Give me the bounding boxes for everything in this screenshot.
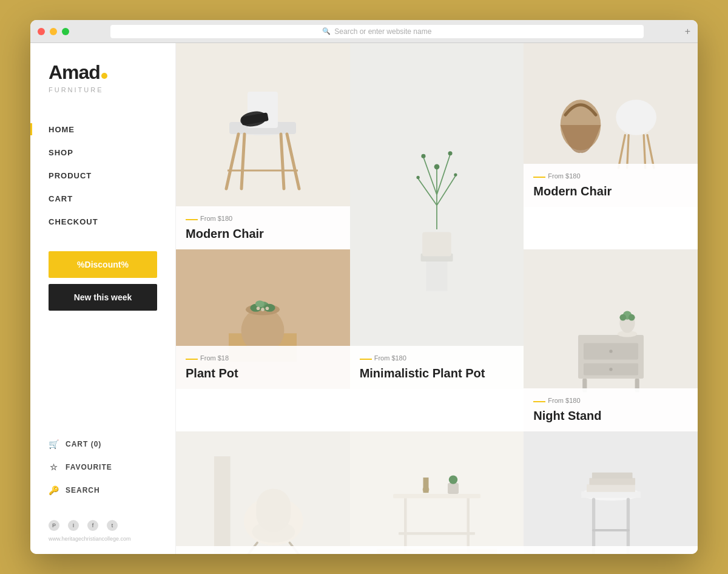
favourite-label: FAVOURITE: [66, 463, 112, 471]
nav-link-cart[interactable]: CART: [49, 194, 73, 203]
product-info-rocking-chair: From $318 Modern Rocking Chair: [176, 546, 350, 554]
social-links: P I f t: [49, 514, 157, 531]
from-bar-5: [533, 401, 545, 402]
nav-item-home[interactable]: HOME: [49, 118, 157, 141]
new-tab-icon[interactable]: +: [685, 26, 690, 37]
nav-menu: HOME SHOP PRODUCT CART CHECKOUT: [49, 118, 157, 233]
search-label: SEARCH: [66, 486, 100, 495]
svg-rect-12: [422, 232, 451, 256]
product-from-5: From $180: [548, 397, 580, 404]
sidebar-bottom: 🛒 CART (0) ☆ FAVOURITE 🔑 SEARCH P I f t: [49, 433, 157, 542]
product-info-plant-pot-min: From $180 Minimalistic Plant Pot: [350, 346, 524, 389]
svg-point-21: [416, 176, 419, 179]
from-bar-1: [186, 219, 198, 220]
svg-rect-51: [214, 456, 231, 554]
address-bar[interactable]: 🔍 Search or enter website name: [110, 25, 644, 38]
nav-item-product[interactable]: PRODUCT: [49, 164, 157, 187]
product-card-plant-pot[interactable]: From $18 Plant Pot: [176, 249, 350, 389]
svg-rect-61: [448, 483, 459, 494]
svg-rect-73: [592, 473, 633, 479]
search-icon: 🔑: [49, 485, 59, 496]
svg-rect-65: [581, 491, 641, 498]
nav-link-checkout[interactable]: CHECKOUT: [49, 217, 98, 226]
product-image-plant-pot-min: [350, 43, 524, 389]
product-name-plant-pot-min: Minimalistic Plant Pot: [360, 366, 514, 380]
cart-icon: 🛒: [49, 439, 59, 450]
nav-link-home[interactable]: HOME: [49, 125, 75, 134]
browser-chrome: 🔍 Search or enter website name +: [30, 20, 698, 43]
logo-text: Amad: [49, 61, 100, 84]
product-info-plant-pot: From $18 Plant Pot: [176, 346, 350, 389]
logo-dot: [101, 73, 107, 79]
product-card-night-stand[interactable]: From $180 Night Stand: [524, 249, 698, 431]
address-text: Search or enter website name: [334, 27, 431, 36]
svg-point-35: [255, 300, 265, 307]
svg-line-28: [644, 135, 645, 168]
svg-line-16: [418, 178, 437, 205]
product-card-modern-chair-1[interactable]: From $180 Modern Chair: [176, 43, 350, 249]
search-link[interactable]: 🔑 SEARCH: [49, 479, 157, 502]
svg-point-42: [609, 349, 612, 353]
svg-point-34: [264, 304, 275, 312]
instagram-icon[interactable]: I: [68, 520, 79, 531]
nav-item-checkout[interactable]: CHECKOUT: [49, 210, 157, 233]
svg-line-15: [437, 155, 450, 195]
product-card-rocking-chair[interactable]: From $318 Modern Rocking Chair: [176, 431, 350, 554]
svg-rect-58: [399, 532, 475, 535]
maximize-button[interactable]: [62, 28, 69, 35]
svg-line-6: [281, 134, 284, 189]
svg-rect-71: [587, 484, 635, 491]
svg-line-27: [627, 135, 629, 168]
svg-rect-72: [589, 478, 635, 485]
svg-rect-68: [592, 529, 630, 532]
product-card-metallic-chair[interactable]: From $318 Metallic Chair: [524, 431, 698, 554]
from-line-2: From $180: [360, 354, 514, 364]
from-bar-4: [186, 359, 198, 360]
close-button[interactable]: [38, 28, 45, 35]
product-from-1: From $180: [200, 215, 232, 222]
svg-point-18: [434, 164, 440, 169]
discount-button[interactable]: %Discount%: [49, 251, 157, 278]
cart-link[interactable]: 🛒 CART (0): [49, 433, 157, 456]
svg-point-37: [266, 306, 269, 310]
star-icon: ☆: [49, 462, 59, 473]
svg-point-36: [257, 306, 260, 310]
svg-line-25: [618, 135, 625, 168]
sidebar: Amad FURNITURE HOME SHOP PRODUCT CART: [30, 43, 176, 554]
from-line-5: From $180: [533, 397, 688, 407]
svg-line-5: [241, 134, 244, 189]
from-line-4: From $18: [186, 354, 340, 364]
svg-line-4: [287, 134, 299, 189]
svg-rect-10: [426, 259, 447, 291]
cart-label: CART (0): [66, 440, 101, 448]
product-grid: From $180 Modern Chair: [176, 43, 698, 554]
svg-line-3: [226, 134, 238, 189]
new-week-button[interactable]: New this week: [49, 284, 157, 311]
product-from-2: From $180: [374, 354, 406, 362]
facebook-icon[interactable]: f: [87, 520, 98, 531]
logo-subtitle: FURNITURE: [49, 86, 157, 93]
product-card-modern-chair-2[interactable]: From $180 Modern Chair: [524, 43, 698, 207]
svg-rect-60: [423, 478, 428, 493]
nav-item-shop[interactable]: SHOP: [49, 141, 157, 164]
nav-item-cart[interactable]: CART: [49, 187, 157, 210]
browser-body: Amad FURNITURE HOME SHOP PRODUCT CART: [30, 43, 698, 554]
product-info-modern-chair-2: From $180 Modern Chair: [524, 164, 698, 207]
svg-point-50: [628, 314, 635, 321]
product-card-small-table[interactable]: From $320 Small Table: [350, 431, 524, 554]
product-name-modern-chair-1: Modern Chair: [186, 226, 340, 241]
svg-point-62: [449, 475, 457, 484]
favourite-link[interactable]: ☆ FAVOURITE: [49, 456, 157, 479]
search-icon: 🔍: [322, 27, 331, 35]
svg-point-49: [619, 314, 626, 321]
nav-link-shop[interactable]: SHOP: [49, 148, 73, 157]
nav-link-product[interactable]: PRODUCT: [49, 171, 92, 180]
minimize-button[interactable]: [50, 28, 57, 35]
from-bar-3: [533, 177, 545, 178]
product-card-plant-pot-min[interactable]: From $180 Minimalistic Plant Pot: [350, 43, 524, 389]
twitter-icon[interactable]: t: [107, 520, 118, 531]
pinterest-icon[interactable]: P: [49, 520, 59, 531]
from-line-3: From $180: [533, 172, 688, 182]
browser-window: 🔍 Search or enter website name + Amad FU…: [30, 20, 698, 554]
from-bar-2: [360, 359, 372, 360]
